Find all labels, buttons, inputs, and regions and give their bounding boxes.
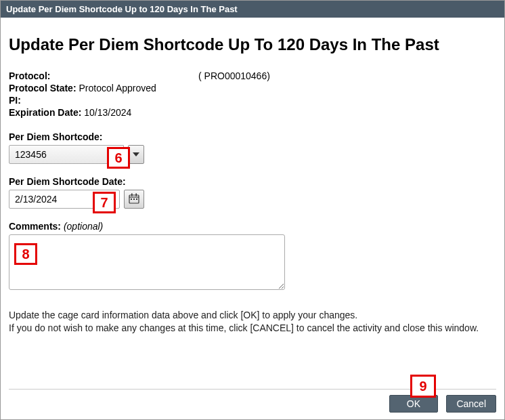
svg-rect-5 xyxy=(131,198,132,200)
page-title: Update Per Diem Shortcode Up To 120 Days… xyxy=(9,35,496,54)
expiration-value: 10/13/2024 xyxy=(84,107,131,118)
shortcode-label: Per Diem Shortcode: xyxy=(9,131,496,142)
shortcode-date-field-group: Per Diem Shortcode Date: xyxy=(9,176,496,209)
protocol-label: Protocol: xyxy=(9,70,198,81)
dialog-footer: OK Cancel xyxy=(9,389,496,413)
shortcode-date-label: Per Diem Shortcode Date: xyxy=(9,176,496,187)
help-line-1: Update the cage card information data ab… xyxy=(9,309,496,322)
svg-rect-7 xyxy=(136,198,137,200)
expiration-row: Expiration Date: 10/13/2024 xyxy=(9,107,496,118)
svg-rect-4 xyxy=(135,193,137,196)
ok-button[interactable]: OK xyxy=(389,395,438,413)
svg-rect-3 xyxy=(131,193,133,196)
calendar-icon xyxy=(129,193,139,206)
comments-textarea[interactable] xyxy=(9,234,285,290)
comments-field-group: Comments: (optional) xyxy=(9,221,496,293)
help-text: Update the cage card information data ab… xyxy=(9,309,496,335)
cancel-button[interactable]: Cancel xyxy=(446,395,496,413)
shortcode-date-input[interactable] xyxy=(9,190,120,209)
expiration-label: Expiration Date: xyxy=(9,107,81,118)
window-titlebar: Update Per Diem Shortcode Up to 120 Days… xyxy=(1,1,504,18)
protocol-state-value: Protocol Approved xyxy=(79,83,156,93)
chevron-down-icon xyxy=(133,150,139,160)
comments-label: Comments: (optional) xyxy=(9,221,496,232)
protocol-row: Protocol: ( PRO00010466) xyxy=(9,70,496,81)
shortcode-field-group: Per Diem Shortcode: xyxy=(9,131,496,164)
protocol-state-label: Protocol State: xyxy=(9,83,76,93)
help-line-2: If you do not wish to make any changes a… xyxy=(9,322,496,335)
svg-rect-6 xyxy=(133,198,135,200)
protocol-value: ( PRO00010466) xyxy=(198,70,270,81)
dialog-content: Update Per Diem Shortcode Up To 120 Days… xyxy=(1,18,504,335)
date-picker-button[interactable] xyxy=(124,190,144,209)
shortcode-combo xyxy=(9,145,144,164)
protocol-state-row: Protocol State: Protocol Approved xyxy=(9,83,496,93)
button-row: OK Cancel xyxy=(9,395,496,413)
pi-label: PI: xyxy=(9,95,21,106)
protocol-info-block: Protocol: ( PRO00010466) Protocol State:… xyxy=(9,70,496,118)
shortcode-dropdown-button[interactable] xyxy=(128,145,144,164)
pi-row: PI: xyxy=(9,95,496,106)
svg-marker-0 xyxy=(133,152,139,156)
footer-divider xyxy=(9,389,496,390)
comments-label-text: Comments: xyxy=(9,221,61,232)
shortcode-input[interactable] xyxy=(9,145,124,164)
dialog-window: Update Per Diem Shortcode Up to 120 Days… xyxy=(0,0,505,420)
window-title: Update Per Diem Shortcode Up to 120 Days… xyxy=(6,4,238,14)
comments-optional-text: (optional) xyxy=(64,221,103,232)
